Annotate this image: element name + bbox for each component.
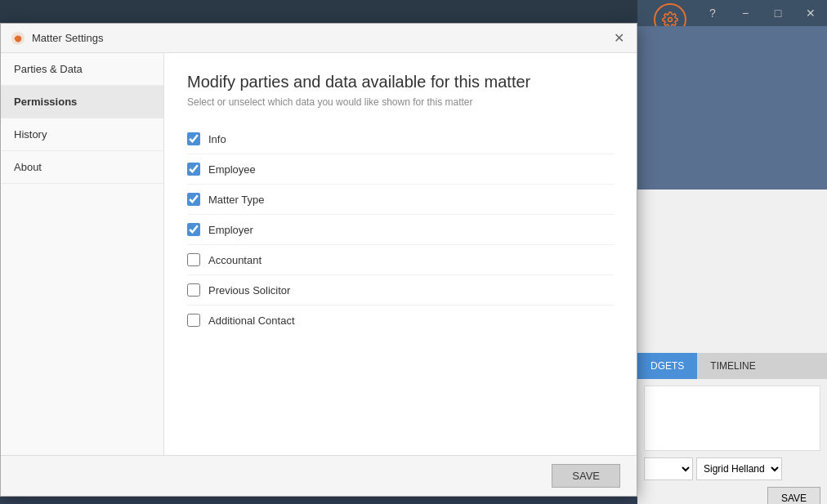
sidebar-item-about[interactable]: About bbox=[1, 151, 163, 184]
checkbox-row-matter-type: Matter Type bbox=[187, 185, 614, 215]
checkbox-row-previous-solicitor: Previous Solicitor bbox=[187, 275, 614, 306]
checkbox-label-accountant: Accountant bbox=[208, 254, 262, 266]
bg-tab-dgets[interactable]: DGETS bbox=[637, 353, 697, 379]
checkbox-row-additional-contact: Additional Contact bbox=[187, 306, 614, 335]
checkbox-employer[interactable] bbox=[187, 223, 200, 236]
checkbox-previous-solicitor[interactable] bbox=[187, 283, 200, 297]
checkbox-label-employer: Employer bbox=[208, 224, 253, 236]
modal-dialog: Matter Settings ✕ Parties & Data Permiss… bbox=[0, 23, 637, 497]
close-button[interactable]: ✕ bbox=[794, 0, 827, 26]
app-logo-icon bbox=[11, 31, 25, 46]
svg-point-0 bbox=[668, 18, 673, 22]
titlebar-controls: ? − □ ✕ bbox=[696, 0, 827, 26]
checkbox-employee[interactable] bbox=[187, 163, 200, 176]
checkbox-label-additional-contact: Additional Contact bbox=[208, 314, 295, 327]
modal-sidebar: Parties & Data Permissions History About bbox=[1, 53, 164, 455]
checkbox-accountant[interactable] bbox=[187, 253, 200, 266]
maximize-button[interactable]: □ bbox=[762, 0, 794, 26]
checkbox-info[interactable] bbox=[187, 132, 200, 145]
sidebar-item-permissions[interactable]: Permissions bbox=[1, 86, 163, 118]
bg-dropdown-person[interactable]: Sigrid Helland bbox=[696, 457, 782, 480]
modal-main-content: Modify parties and data available for th… bbox=[164, 53, 637, 455]
main-subtitle: Select or unselect which data you would … bbox=[187, 96, 614, 108]
modal-title-left: Matter Settings bbox=[11, 31, 103, 46]
sidebar-item-parties-data[interactable]: Parties & Data bbox=[1, 53, 163, 86]
help-button[interactable]: ? bbox=[696, 0, 729, 26]
checkbox-row-accountant: Accountant bbox=[187, 245, 614, 275]
checkbox-additional-contact[interactable] bbox=[187, 314, 200, 327]
modal-close-button[interactable]: ✕ bbox=[610, 30, 627, 47]
bg-input-row: Sigrid Helland bbox=[644, 457, 820, 480]
main-title: Modify parties and data available for th… bbox=[187, 73, 614, 91]
checkbox-row-employer: Employer bbox=[187, 215, 614, 245]
modal-footer: SAVE bbox=[1, 455, 637, 496]
checkbox-matter-type[interactable] bbox=[187, 193, 200, 206]
sidebar-item-history[interactable]: History bbox=[1, 118, 163, 151]
checkbox-label-info: Info bbox=[208, 133, 226, 145]
bg-save-button[interactable]: SAVE bbox=[767, 487, 820, 504]
bg-tabs: DGETS TIMELINE bbox=[637, 353, 827, 379]
checkbox-list: InfoEmployeeMatter TypeEmployerAccountan… bbox=[187, 124, 614, 335]
modal-body: Parties & Data Permissions History About… bbox=[1, 53, 637, 455]
minimize-button[interactable]: − bbox=[729, 0, 762, 26]
checkbox-label-previous-solicitor: Previous Solicitor bbox=[208, 284, 290, 297]
bg-dropdown1[interactable] bbox=[644, 457, 693, 480]
checkbox-row-info: Info bbox=[187, 124, 614, 154]
save-button[interactable]: SAVE bbox=[552, 464, 620, 488]
modal-title: Matter Settings bbox=[32, 32, 103, 44]
bg-right-panel: DGETS TIMELINE Sigrid Helland SAVE ETAIL… bbox=[637, 26, 827, 504]
bg-tab-timeline[interactable]: TIMELINE bbox=[697, 353, 768, 379]
checkbox-label-matter-type: Matter Type bbox=[208, 194, 264, 206]
checkbox-label-employee: Employee bbox=[208, 163, 256, 176]
modal-titlebar: Matter Settings ✕ bbox=[1, 24, 637, 53]
bg-panel-content: Sigrid Helland SAVE ETAILS Copperfield e… bbox=[637, 379, 827, 504]
checkbox-row-employee: Employee bbox=[187, 154, 614, 185]
